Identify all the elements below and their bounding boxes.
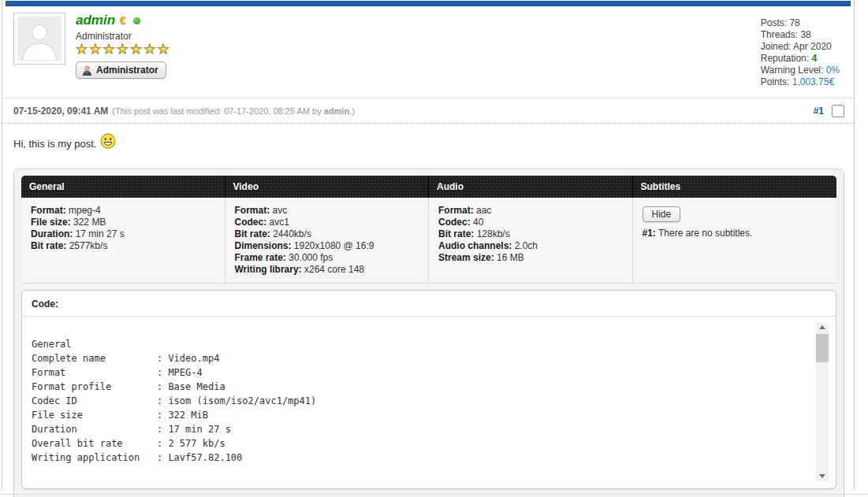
coin-euro-icon: € [120, 13, 126, 28]
mediainfo-row: Format: aac [438, 205, 623, 217]
author-info: admin € Administrator ★★★★★★★ Administra… [76, 13, 171, 79]
group-badge-label: Administrator [96, 65, 158, 76]
post-message: Hi, this is my post. [13, 133, 844, 154]
user-title: Administrator [76, 31, 171, 42]
mediainfo-header-video: Video [225, 176, 430, 198]
author-stat: Joined: Apr 2020 [761, 41, 840, 53]
mediainfo-row: Codec: avc1 [235, 217, 419, 228]
mediainfo-cell-video: Format: avcCodec: avc1Bit rate: 2440kb/s… [225, 198, 430, 284]
star-icon: ★ [76, 42, 89, 57]
mediainfo-row: Stream size: 16 MB [438, 252, 623, 264]
scroll-up-icon[interactable] [816, 322, 829, 332]
avatar-silhouette-icon [17, 17, 61, 61]
star-icon: ★ [89, 42, 102, 57]
mediainfo-row: Codec: 40 [438, 217, 623, 228]
group-badge: Administrator [76, 61, 166, 79]
post-head: 07-15-2020, 09:41 AM (This post was last… [2, 98, 854, 124]
post-modified-note: (This post was last modified: 07-17-2020… [112, 106, 355, 116]
mediainfo-header-general: General [21, 176, 225, 198]
author-stat: Posts: 78 [761, 17, 840, 29]
hide-subtitles-button[interactable]: Hide [643, 206, 681, 222]
codeblock-text: General Complete name : Video.mp4 Format… [32, 323, 809, 465]
star-icon: ★ [130, 42, 143, 57]
star-icon: ★ [143, 42, 157, 57]
post-select-checkbox[interactable] [832, 105, 844, 117]
author-stat: Points: 1,003.75€ [761, 76, 840, 88]
star-icon: ★ [103, 42, 117, 57]
author-stat: Threads: 38 [761, 29, 840, 41]
avatar[interactable] [13, 13, 65, 65]
mediainfo-panel: GeneralVideoAudioSubtitlesFormat: mpeg-4… [13, 169, 844, 497]
smile-icon [100, 133, 116, 154]
post-author-panel: admin € Administrator ★★★★★★★ Administra… [2, 6, 854, 98]
mediainfo-row: File size: 322 MB [31, 217, 215, 228]
codeblock-body: General Complete name : Video.mp4 Format… [22, 317, 836, 488]
mediainfo-cell-general: Format: mpeg-4File size: 322 MBDuration:… [21, 198, 225, 284]
mediainfo-row: Bit rate: 2577kb/s [31, 240, 215, 252]
username-link[interactable]: admin [76, 13, 115, 28]
star-icon: ★ [117, 42, 130, 57]
star-icon: ★ [158, 42, 171, 57]
mediainfo-row: Bit rate: 128kb/s [438, 228, 623, 240]
mediainfo-row: Format: mpeg-4 [31, 205, 215, 217]
online-status-icon [133, 17, 140, 24]
mediainfo-row: Frame rate: 30.000 fps [235, 252, 419, 264]
mediainfo-row: Duration: 17 min 27 s [31, 228, 215, 240]
mediainfo-table: GeneralVideoAudioSubtitlesFormat: mpeg-4… [21, 176, 836, 284]
author-stat: Warning Level: 0% [761, 65, 840, 76]
page-bottom-divider [0, 494, 868, 495]
mediainfo-row: Bit rate: 2440kb/s [235, 228, 419, 240]
mediainfo-cell-audio: Format: aacCodec: 40Bit rate: 128kb/sAud… [429, 198, 633, 284]
mediainfo-cell-subtitles: Hide#1: There are no subtitles. [633, 198, 837, 284]
post-date: 07-15-2020, 09:41 AM [13, 106, 108, 117]
mediainfo-row: Format: avc [235, 205, 419, 217]
mediainfo-row: Audio channels: 2.0ch [438, 240, 623, 252]
mediainfo-header-audio: Audio [429, 176, 633, 198]
codeblock-title: Code: [22, 291, 836, 317]
author-stat: Reputation: 4 [761, 53, 840, 65]
user-stars: ★★★★★★★ [76, 43, 171, 57]
post-body: Hi, this is my post. GeneralVideoAudioSu… [2, 124, 854, 497]
scrollbar-thumb[interactable] [816, 334, 829, 362]
author-stats: Posts: 78Threads: 38Joined: Apr 2020Repu… [761, 13, 840, 88]
mediainfo-row: #1: There are no subtitles. [643, 228, 828, 239]
mediainfo-row: Writing library: x264 core 148 [235, 264, 419, 276]
mediainfo-header-subtitles: Subtitles [633, 176, 837, 198]
code-scrollbar[interactable] [816, 322, 829, 481]
post-number-link[interactable]: #1 [814, 106, 824, 117]
scroll-down-icon[interactable] [816, 471, 829, 481]
forum-post: admin € Administrator ★★★★★★★ Administra… [2, 0, 855, 490]
category-accent-bar [6, 1, 851, 6]
admin-person-icon [82, 65, 92, 76]
mediainfo-row: Dimensions: 1920x1080 @ 16:9 [235, 240, 419, 252]
codeblock: Code: General Complete name : Video.mp4 … [21, 290, 836, 489]
